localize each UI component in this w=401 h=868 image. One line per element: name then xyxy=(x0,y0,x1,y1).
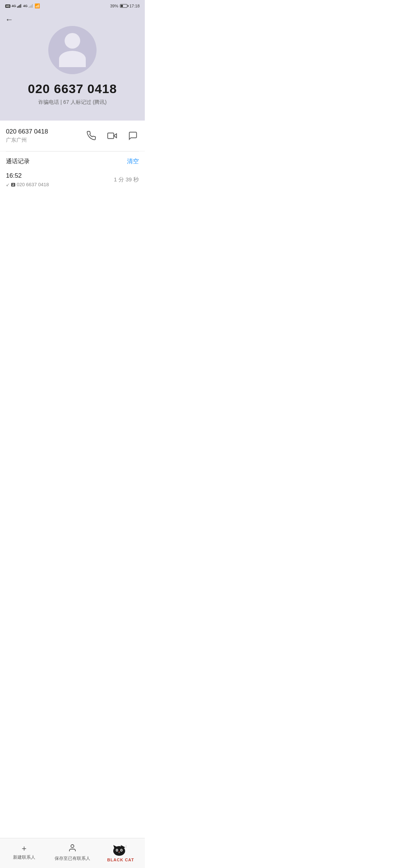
action-icons xyxy=(85,130,139,142)
status-right: 39% 17:18 xyxy=(110,4,140,8)
contact-details: 020 6637 0418 广东广州 xyxy=(6,128,48,144)
phone-number-display: 020 6637 0418 xyxy=(28,82,117,96)
signal-bars-2 xyxy=(29,4,33,8)
contact-header: ← 020 6637 0418 诈骗电话 | 67 人标记过 (腾讯) xyxy=(0,11,145,121)
avatar-container xyxy=(48,26,97,74)
avatar-body xyxy=(59,51,86,67)
status-bar: HD 4G 4G 📶 39% 17:18 xyxy=(0,0,145,11)
network-type: 4G xyxy=(12,4,16,8)
call-number-info: ↙ 2 020 6637 0418 xyxy=(6,182,49,187)
contact-info-section: 020 6637 0418 广东广州 xyxy=(0,121,145,151)
contact-number: 020 6637 0418 xyxy=(6,128,48,135)
hd-badge: HD xyxy=(5,4,10,8)
avatar xyxy=(48,26,97,74)
phone-call-button[interactable] xyxy=(85,130,97,142)
battery-percent: 39% xyxy=(110,4,118,8)
avatar-head xyxy=(65,33,80,49)
avatar-person xyxy=(59,33,86,67)
call-records-section: 通话记录 清空 16:52 ↙ 2 020 6637 0418 1 分 39 秒 xyxy=(0,152,145,195)
contact-location: 广东广州 xyxy=(6,137,48,144)
sim-badge: 2 xyxy=(11,183,15,187)
back-button[interactable]: ← xyxy=(5,15,13,24)
signal-bars xyxy=(17,4,21,8)
call-records-title: 通话记录 xyxy=(6,158,30,165)
wifi-icon: 📶 xyxy=(35,3,40,9)
svg-marker-0 xyxy=(114,134,117,138)
call-record-item: 16:52 ↙ 2 020 6637 0418 1 分 39 秒 xyxy=(6,171,139,189)
call-direction-icon: ↙ xyxy=(6,182,10,187)
call-record-number: 020 6637 0418 xyxy=(17,182,49,187)
video-call-button[interactable] xyxy=(106,130,118,142)
phone-icon xyxy=(87,131,96,141)
svg-rect-1 xyxy=(108,133,114,138)
battery-icon xyxy=(120,4,127,8)
video-icon xyxy=(107,131,117,141)
phone-tag: 诈骗电话 | 67 人标记过 (腾讯) xyxy=(38,99,107,106)
message-icon xyxy=(128,131,138,141)
message-button[interactable] xyxy=(127,130,139,142)
network-type-2: 4G xyxy=(23,4,27,8)
time-display: 17:18 xyxy=(129,4,140,8)
call-duration: 1 分 39 秒 xyxy=(114,176,139,183)
clear-button[interactable]: 清空 xyxy=(127,158,139,165)
call-time: 16:52 xyxy=(6,172,49,180)
call-record-left: 16:52 ↙ 2 020 6637 0418 xyxy=(6,172,49,187)
call-records-header: 通话记录 清空 xyxy=(6,158,139,165)
status-left: HD 4G 4G 📶 xyxy=(5,3,40,9)
